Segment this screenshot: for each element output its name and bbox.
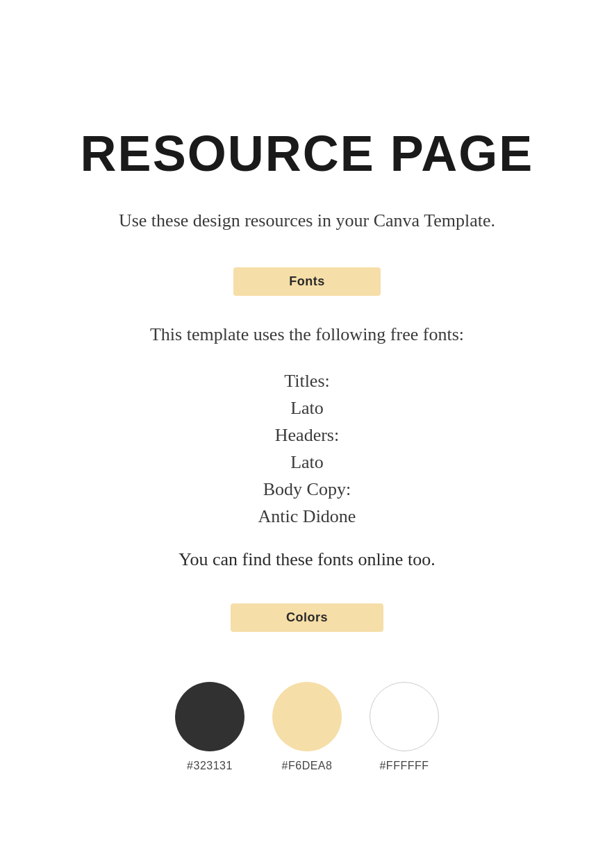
- color-hex-dark: #323131: [187, 760, 233, 772]
- color-hex-gold: #F6DEA8: [282, 760, 333, 772]
- body-label: Body Copy:: [258, 476, 356, 503]
- page-subtitle: Use these design resources in your Canva…: [119, 207, 495, 234]
- titles-label: Titles:: [258, 367, 356, 394]
- body-font: Antic Didone: [258, 503, 356, 530]
- titles-font: Lato: [258, 394, 356, 422]
- color-swatch-dark: [175, 682, 244, 751]
- color-hex-white: #FFFFFF: [379, 760, 429, 772]
- color-item-gold: #F6DEA8: [272, 682, 342, 772]
- page-title: RESOURCE PAGE: [81, 125, 534, 182]
- color-item-dark: #323131: [175, 682, 244, 772]
- color-swatch-gold: [272, 682, 342, 751]
- fonts-description: This template uses the following free fo…: [150, 321, 464, 348]
- colors-badge: Colors: [231, 603, 383, 632]
- fonts-badge: Fonts: [233, 267, 381, 296]
- headers-font: Lato: [258, 449, 356, 476]
- color-swatches: #323131 #F6DEA8 #FFFFFF: [175, 682, 439, 772]
- fonts-section: Titles: Lato Headers: Lato Body Copy: An…: [258, 367, 356, 530]
- color-swatch-white: [370, 682, 439, 751]
- headers-label: Headers:: [258, 422, 356, 449]
- find-fonts-text: You can find these fonts online too.: [179, 549, 435, 570]
- color-item-white: #FFFFFF: [370, 682, 439, 772]
- colors-section: Colors #323131 #F6DEA8 #FFFFFF: [56, 603, 558, 772]
- page-container: RESOURCE PAGE Use these design resources…: [0, 0, 614, 868]
